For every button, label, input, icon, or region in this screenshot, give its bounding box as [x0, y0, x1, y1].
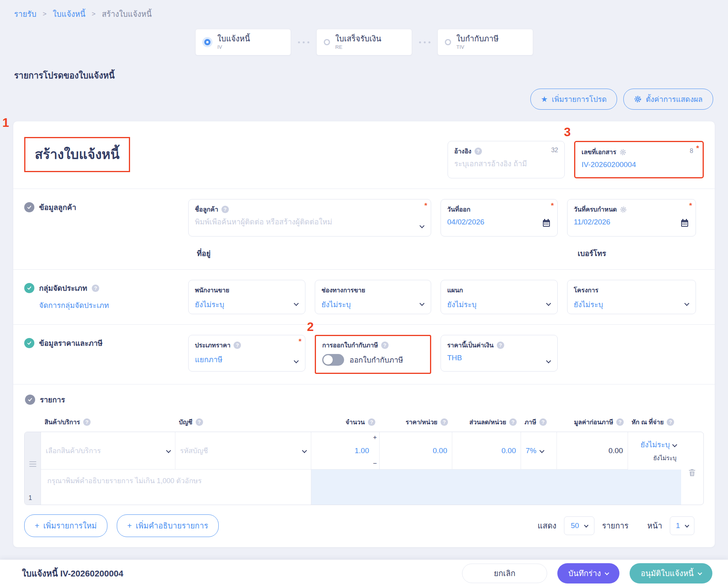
help-icon[interactable]: ? — [475, 148, 482, 155]
help-icon[interactable]: ? — [616, 418, 624, 426]
footer-document-title: ใบแจ้งหนี้ IV-20260200004 — [22, 567, 123, 580]
annotation-box-tax-invoice: การออกใบกำกับภาษี ? ออกใบกำกับภาษี — [315, 335, 431, 374]
items-unit-label: รายการ — [602, 519, 629, 532]
page-select[interactable]: 1 — [670, 516, 694, 535]
per-page-select[interactable]: 50 — [564, 516, 594, 535]
save-draft-button[interactable]: บันทึกร่าง — [557, 563, 619, 583]
category-section: กลุ่มจัดประเภท ? จัดการกลุ่มจัดประเภท พน… — [24, 280, 704, 314]
footer-action-bar: ใบแจ้งหนี้ IV-20260200004 ยกเลิก บันทึกร… — [0, 560, 728, 587]
customer-name-input[interactable] — [195, 218, 406, 226]
help-icon[interactable]: ? — [441, 418, 448, 426]
department-select[interactable]: แผนก ยังไม่ระบุ — [441, 280, 558, 314]
sales-channel-select[interactable]: ช่องทางการขาย ยังไม่ระบุ — [315, 280, 431, 314]
help-icon[interactable]: ? — [221, 206, 229, 213]
customer-section: ข้อมูลลูกค้า ชื่อลูกค้า ? * วันที่ออก * — [24, 199, 704, 259]
account-select-cell[interactable]: รหัสบัญชี — [175, 432, 311, 470]
chevron-down-icon[interactable] — [419, 223, 425, 228]
approve-invoice-button[interactable]: อนุมัติใบแจ้งหนี้ — [630, 563, 712, 583]
help-icon[interactable]: ? — [667, 418, 674, 426]
discount-cell[interactable]: 0.00 — [452, 432, 521, 470]
price-type-select[interactable]: ประเภทราคา ? * แยกภาษี — [188, 335, 305, 372]
price-type-label: ประเภทราคา — [195, 340, 230, 350]
gear-icon[interactable] — [619, 149, 626, 156]
product-select-cell[interactable]: เลือกสินค้า/บริการ — [41, 432, 175, 470]
check-circle-icon — [25, 395, 35, 405]
pretax-amount-cell: 0.00 — [557, 432, 628, 470]
add-favorite-button[interactable]: ★ เพิ่มรายการโปรด — [530, 89, 617, 110]
phone-label: เบอร์โทร — [578, 247, 606, 259]
add-description-button[interactable]: + เพิ่มคำอธิบายรายการ — [117, 514, 219, 537]
step-invoice[interactable]: ใบแจ้งหนี้ IV — [195, 29, 291, 55]
help-icon[interactable]: ? — [539, 418, 547, 426]
breadcrumb-income[interactable]: รายรับ — [14, 8, 36, 20]
breadcrumb-separator: > — [92, 10, 96, 18]
trash-icon[interactable] — [687, 468, 697, 479]
step-title: ใบแจ้งหนี้ — [218, 34, 250, 43]
quantity-cell[interactable]: 1.00 + − — [311, 432, 380, 470]
help-icon[interactable]: ? — [509, 418, 517, 426]
issue-date-value: 04/02/2026 — [447, 218, 551, 226]
reference-input[interactable] — [454, 160, 558, 168]
salesperson-select[interactable]: พนักงานขาย ยังไม่ระบุ — [188, 280, 305, 314]
calendar-icon[interactable] — [680, 218, 689, 229]
breadcrumb: รายรับ > ใบแจ้งหนี้ > สร้างใบแจ้งหนี้ — [0, 0, 728, 20]
project-select[interactable]: โครงการ ยังไม่ระบุ — [567, 280, 696, 314]
divider — [13, 384, 715, 384]
plus-icon[interactable]: + — [373, 434, 377, 441]
currency-value: THB — [447, 354, 551, 362]
chevron-down-icon[interactable] — [540, 448, 545, 453]
help-icon[interactable]: ? — [234, 342, 241, 349]
cancel-button[interactable]: ยกเลิก — [462, 564, 547, 583]
due-date-field[interactable]: วันที่ครบกำหนด * 11/02/2026 — [567, 199, 696, 237]
category-section-label: กลุ่มจัดประเภท — [39, 282, 87, 294]
help-icon[interactable]: ? — [196, 418, 203, 426]
required-marker: * — [299, 337, 302, 346]
reference-field[interactable]: อ้างอิง ? 32 — [448, 141, 565, 178]
chevron-down-icon[interactable] — [302, 448, 307, 453]
save-draft-label: บันทึกร่าง — [568, 567, 601, 580]
customer-name-field[interactable]: ชื่อลูกค้า ? * — [188, 199, 431, 237]
unit-price-cell[interactable]: 0.00 — [380, 432, 452, 470]
tax-select-cell[interactable]: 7% — [521, 432, 557, 470]
currency-select[interactable]: ราคานี้เป็นค่าเงิน ? THB — [441, 335, 558, 372]
help-icon[interactable]: ? — [92, 285, 99, 292]
help-icon[interactable]: ? — [83, 418, 91, 426]
check-circle-icon — [24, 338, 34, 348]
product-placeholder: เลือกสินค้า/บริการ — [46, 445, 167, 456]
drag-handle-icon[interactable] — [29, 460, 36, 468]
chevron-down-icon — [605, 571, 609, 575]
breadcrumb-invoice[interactable]: ใบแจ้งหนี้ — [53, 8, 86, 20]
quantity-stepper[interactable]: + − — [373, 432, 377, 469]
quantity-value[interactable]: 1.00 — [316, 446, 375, 455]
chevron-down-icon[interactable] — [672, 442, 677, 447]
salesperson-label: พนักงานขาย — [195, 285, 229, 295]
chevron-down-icon[interactable] — [166, 448, 171, 453]
add-item-button[interactable]: + เพิ่มรายการใหม่ — [24, 514, 107, 537]
breadcrumb-separator: > — [43, 10, 46, 18]
withholding-select-cell[interactable]: ยังไม่ระบุ ยังไม่ระบุ — [628, 432, 681, 470]
help-icon[interactable]: ? — [368, 418, 375, 426]
reference-label: อ้างอิง — [454, 146, 471, 156]
manage-category-link[interactable]: จัดการกลุ่มจัดประเภท — [39, 299, 188, 311]
customer-section-label: ข้อมูลลูกค้า — [39, 201, 76, 213]
minus-icon[interactable]: − — [373, 460, 377, 468]
display-settings-button[interactable]: ตั้งค่าการแสดงผล — [623, 89, 713, 110]
help-icon[interactable]: ? — [497, 342, 504, 349]
plus-icon: + — [127, 521, 132, 530]
issue-date-field[interactable]: วันที่ออก * 04/02/2026 — [441, 199, 558, 237]
discount-value[interactable]: 0.00 — [457, 446, 516, 455]
page-value: 1 — [676, 521, 680, 530]
step-receipt[interactable]: ใบเสร็จรับเงิน RE — [316, 29, 412, 55]
document-number-field[interactable]: เลขที่เอกสาร 8 * IV-20260200004 — [575, 142, 703, 177]
unit-price-value[interactable]: 0.00 — [384, 446, 447, 455]
row-gutter[interactable]: 1 — [25, 432, 41, 505]
step-code: IV — [218, 44, 250, 50]
help-icon[interactable]: ? — [381, 342, 389, 349]
calendar-icon[interactable] — [542, 218, 551, 229]
description-cell[interactable] — [41, 470, 311, 505]
required-marker: * — [425, 201, 427, 210]
gear-icon[interactable] — [620, 206, 627, 213]
description-input[interactable] — [47, 475, 305, 499]
step-tax-invoice[interactable]: ใบกำกับภาษี TIV — [437, 29, 533, 55]
tax-invoice-toggle[interactable] — [322, 354, 344, 366]
